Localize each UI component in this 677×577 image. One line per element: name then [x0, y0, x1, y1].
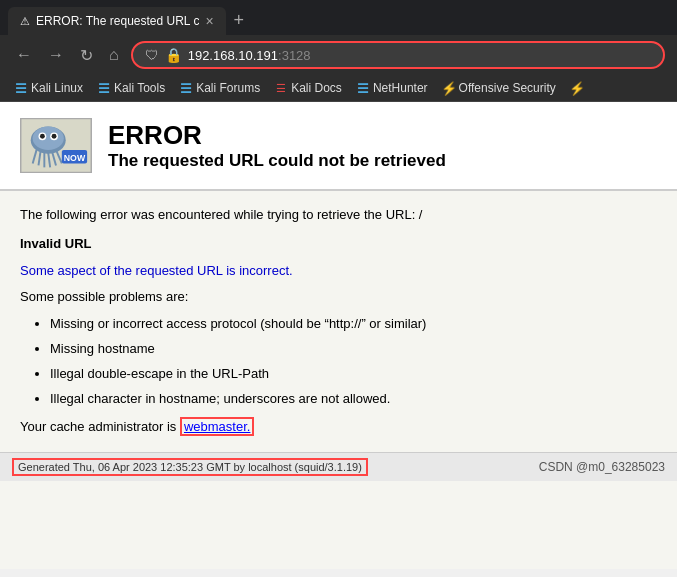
- kali-icon: ☰: [97, 81, 111, 95]
- bookmarks-bar: ☰ Kali Linux ☰ Kali Tools ☰ Kali Forums …: [0, 75, 677, 102]
- bookmark-kali-docs[interactable]: ☰ Kali Docs: [268, 79, 348, 97]
- watermark: CSDN @m0_63285023: [539, 460, 665, 474]
- bookmark-label: NetHunter: [373, 81, 428, 95]
- bookmark-overflow[interactable]: ⚡: [564, 79, 590, 97]
- tab-bar: ⚠ ERROR: The requested URL c × +: [0, 0, 677, 35]
- error-type: Invalid URL: [20, 234, 657, 255]
- error-logo: NOW: [20, 118, 92, 173]
- bookmark-label: Kali Linux: [31, 81, 83, 95]
- address-bar: ← → ↻ ⌂ 🛡 🔒 192.168.10.191:3128: [0, 35, 677, 75]
- bookmark-label: Offensive Security: [459, 81, 556, 95]
- svg-point-2: [33, 127, 64, 150]
- bookmark-kali-forums[interactable]: ☰ Kali Forums: [173, 79, 266, 97]
- nethunter-icon: ☰: [356, 81, 370, 95]
- webmaster-link[interactable]: webmaster.: [180, 417, 254, 436]
- svg-point-6: [52, 134, 57, 139]
- url-bar[interactable]: 🛡 🔒 192.168.10.191:3128: [131, 41, 665, 69]
- possible-problems-label: Some possible problems are:: [20, 287, 657, 308]
- bookmark-kali-tools[interactable]: ☰ Kali Tools: [91, 79, 171, 97]
- tab-close-button[interactable]: ×: [205, 13, 213, 29]
- svg-point-5: [40, 134, 45, 139]
- error-url-line: The following error was encountered whil…: [20, 205, 657, 226]
- back-button[interactable]: ←: [12, 44, 36, 66]
- error-title: ERROR: [108, 120, 446, 151]
- tab-title: ERROR: The requested URL c: [36, 14, 199, 28]
- list-item: Illegal character in hostname; underscor…: [50, 389, 657, 410]
- page-content: NOW ERROR The requested URL could not be…: [0, 102, 677, 569]
- url-host: 192.168.10.191: [188, 48, 278, 63]
- active-tab[interactable]: ⚠ ERROR: The requested URL c ×: [8, 7, 226, 35]
- reload-button[interactable]: ↻: [76, 44, 97, 67]
- svg-text:NOW: NOW: [64, 153, 86, 163]
- forward-button[interactable]: →: [44, 44, 68, 66]
- bookmark-label: Kali Docs: [291, 81, 342, 95]
- error-subtitle: The requested URL could not be retrieved: [108, 151, 446, 171]
- error-header: NOW ERROR The requested URL could not be…: [0, 102, 677, 191]
- bookmark-kali-linux[interactable]: ☰ Kali Linux: [8, 79, 89, 97]
- bookmark-label: Kali Tools: [114, 81, 165, 95]
- error-body: The following error was encountered whil…: [0, 191, 677, 452]
- kali-icon: ☰: [179, 81, 193, 95]
- tab-favicon: ⚠: [20, 15, 30, 28]
- home-button[interactable]: ⌂: [105, 44, 123, 66]
- bookmark-label: Kali Forums: [196, 81, 260, 95]
- error-title-block: ERROR The requested URL could not be ret…: [108, 120, 446, 171]
- url-text: 192.168.10.191:3128: [188, 48, 651, 63]
- list-item: Missing hostname: [50, 339, 657, 360]
- error-description: Some aspect of the requested URL is inco…: [20, 261, 657, 282]
- error-intro-text: The following error was encountered whil…: [20, 207, 422, 222]
- cache-admin-prefix: Your cache administrator is: [20, 419, 180, 434]
- bookmark-nethunter[interactable]: ☰ NetHunter: [350, 79, 434, 97]
- footer-generated-text: Generated Thu, 06 Apr 2023 12:35:23 GMT …: [12, 458, 368, 476]
- kali-icon: ☰: [14, 81, 28, 95]
- page-footer: Generated Thu, 06 Apr 2023 12:35:23 GMT …: [0, 452, 677, 481]
- bookmark-offensive-security[interactable]: ⚡ Offensive Security: [436, 79, 562, 97]
- squid-logo-svg: NOW: [21, 118, 91, 173]
- new-tab-button[interactable]: +: [226, 6, 253, 35]
- list-item: Missing or incorrect access protocol (sh…: [50, 314, 657, 335]
- offensive-icon: ⚡: [442, 81, 456, 95]
- problems-list: Missing or incorrect access protocol (sh…: [50, 314, 657, 409]
- shield-icon: 🛡: [145, 47, 159, 63]
- browser-chrome: ⚠ ERROR: The requested URL c × + ← → ↻ ⌂…: [0, 0, 677, 102]
- cache-admin-line: Your cache administrator is webmaster.: [20, 417, 657, 438]
- offensive-small-icon: ⚡: [570, 81, 584, 95]
- kali-docs-icon: ☰: [274, 81, 288, 95]
- url-port: :3128: [278, 48, 311, 63]
- list-item: Illegal double-escape in the URL-Path: [50, 364, 657, 385]
- lock-icon: 🔒: [165, 47, 182, 63]
